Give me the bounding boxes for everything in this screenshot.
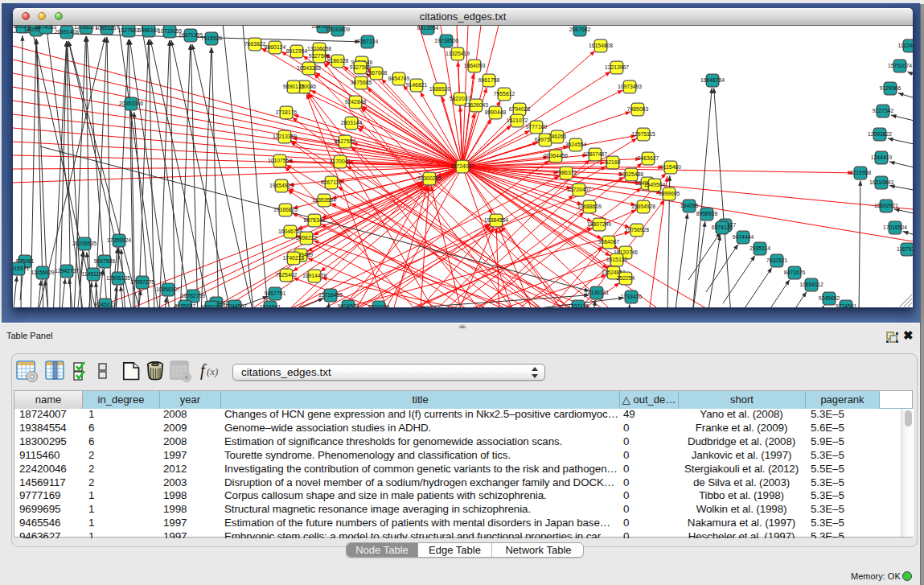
svg-text:9242848: 9242848 — [345, 99, 367, 105]
svg-text:62160: 62160 — [606, 159, 621, 165]
svg-text:19654923: 19654923 — [269, 183, 294, 188]
svg-text:8660124: 8660124 — [265, 44, 286, 50]
svg-text:9674053: 9674053 — [35, 26, 57, 30]
svg-text:8215958: 8215958 — [850, 170, 872, 175]
svg-text:164095: 164095 — [680, 203, 699, 208]
svg-text:11156829: 11156829 — [31, 270, 54, 275]
svg-text:7632621: 7632621 — [766, 257, 788, 263]
svg-text:10853267: 10853267 — [95, 26, 119, 31]
svg-text:252254: 252254 — [617, 275, 635, 281]
svg-text:13325419: 13325419 — [446, 51, 470, 56]
svg-text:6961758: 6961758 — [478, 77, 500, 83]
svg-text:8186328: 8186328 — [327, 58, 349, 64]
svg-text:16782759: 16782759 — [181, 293, 205, 299]
svg-text:9899695: 9899695 — [659, 191, 680, 196]
svg-text:8958928: 8958928 — [696, 211, 718, 216]
svg-text:1244419: 1244419 — [871, 154, 893, 160]
svg-text:9463627: 9463627 — [638, 155, 659, 161]
svg-text:4170041: 4170041 — [330, 159, 351, 164]
svg-text:16914479: 16914479 — [302, 273, 326, 278]
svg-text:12213967: 12213967 — [605, 64, 629, 70]
svg-text:7357224: 7357224 — [357, 39, 379, 44]
svg-text:5498222: 5498222 — [296, 235, 318, 241]
svg-text:10244507: 10244507 — [223, 303, 247, 307]
svg-text:16033809: 16033809 — [326, 27, 350, 32]
svg-text:9777169: 9777169 — [526, 124, 548, 130]
svg-text:9933105: 9933105 — [201, 304, 223, 307]
svg-text:20364456: 20364456 — [544, 153, 568, 159]
svg-text:10973493: 10973493 — [618, 84, 642, 89]
svg-text:9774501: 9774501 — [836, 303, 857, 307]
svg-text:2935114: 2935114 — [749, 245, 770, 251]
svg-text:17016504: 17016504 — [883, 225, 907, 230]
svg-text:1740218: 1740218 — [283, 255, 305, 261]
svg-text:8990448: 8990448 — [485, 109, 507, 115]
svg-text:9474444: 9474444 — [733, 234, 754, 240]
svg-text:16046758: 16046758 — [278, 229, 302, 234]
svg-text:9115460: 9115460 — [660, 164, 681, 170]
svg-text:1167533: 1167533 — [897, 246, 913, 252]
svg-text:12975115: 12975115 — [631, 131, 655, 137]
svg-text:3675685: 3675685 — [351, 80, 372, 85]
svg-text:12213369: 12213369 — [273, 134, 297, 139]
svg-text:10107554: 10107554 — [268, 158, 292, 163]
svg-text:10654112: 10654112 — [799, 282, 823, 287]
svg-text:11124689: 11124689 — [897, 43, 913, 48]
svg-text:20053346: 20053346 — [119, 101, 143, 106]
svg-text:15692971: 15692971 — [874, 203, 898, 208]
svg-text:10025488: 10025488 — [619, 171, 643, 177]
svg-text:18724007: 18724007 — [450, 163, 474, 169]
svg-text:10807487: 10807487 — [583, 151, 607, 157]
svg-text:17359924: 17359924 — [107, 237, 131, 243]
svg-text:9457791: 9457791 — [265, 290, 286, 296]
svg-text:18300295: 18300295 — [417, 175, 441, 181]
svg-text:9129966: 9129966 — [880, 85, 901, 91]
svg-text:f: f — [200, 361, 207, 380]
svg-text:11353594: 11353594 — [312, 197, 336, 203]
svg-text:15716485: 15716485 — [318, 292, 343, 298]
svg-text:8471676: 8471676 — [784, 270, 806, 275]
svg-text:19654928: 19654928 — [631, 204, 655, 209]
svg-text:8224109: 8224109 — [368, 304, 390, 307]
svg-text:1733426: 1733426 — [621, 294, 643, 299]
svg-text:1549504: 1549504 — [644, 182, 666, 187]
svg-text:9890125: 9890125 — [283, 84, 305, 89]
svg-text:6466160: 6466160 — [138, 27, 160, 33]
svg-text:9245652: 9245652 — [819, 295, 840, 301]
svg-text:12905135: 12905135 — [106, 275, 130, 281]
svg-text:7663822: 7663822 — [244, 41, 266, 47]
svg-text:20206535: 20206535 — [72, 241, 97, 246]
svg-text:8912954: 8912954 — [286, 48, 308, 54]
svg-text:746266: 746266 — [548, 134, 567, 139]
svg-text:13626043: 13626043 — [464, 102, 488, 108]
svg-text:9327508: 9327508 — [350, 64, 372, 70]
svg-text:(x): (x) — [207, 365, 218, 377]
svg-text:19756928: 19756928 — [625, 227, 649, 233]
svg-text:12942737: 12942737 — [55, 268, 79, 274]
svg-text:2087682: 2087682 — [569, 27, 591, 32]
svg-text:12093822: 12093822 — [868, 131, 892, 137]
svg-text:1621072: 1621072 — [507, 117, 528, 123]
svg-text:8878342: 8878342 — [304, 217, 326, 223]
svg-text:7515526: 7515526 — [201, 35, 223, 41]
svg-text:11451194: 11451194 — [81, 271, 105, 277]
svg-text:1527602: 1527602 — [118, 27, 140, 33]
svg-text:16648784: 16648784 — [700, 77, 725, 83]
svg-text:15720407: 15720407 — [567, 187, 591, 192]
svg-text:1615132: 1615132 — [606, 257, 628, 262]
svg-text:18807249: 18807249 — [587, 221, 611, 227]
svg-text:3624554: 3624554 — [565, 142, 587, 147]
svg-text:7955812: 7955812 — [494, 91, 515, 97]
svg-text:10958107: 10958107 — [156, 286, 180, 292]
svg-text:8454749: 8454749 — [388, 76, 410, 81]
svg-text:16154808: 16154808 — [589, 43, 613, 48]
svg-text:3915971: 3915971 — [13, 266, 29, 271]
svg-text:19218506: 19218506 — [434, 38, 458, 43]
svg-text:8267110: 8267110 — [321, 179, 342, 185]
svg-text:7485063: 7485063 — [627, 106, 649, 112]
svg-text:9924504: 9924504 — [338, 303, 359, 307]
svg-text:14136141: 14136141 — [585, 290, 609, 295]
svg-text:8135027: 8135027 — [175, 303, 196, 307]
svg-text:5822037: 5822037 — [450, 96, 471, 101]
svg-text:20691406: 20691406 — [55, 29, 79, 35]
